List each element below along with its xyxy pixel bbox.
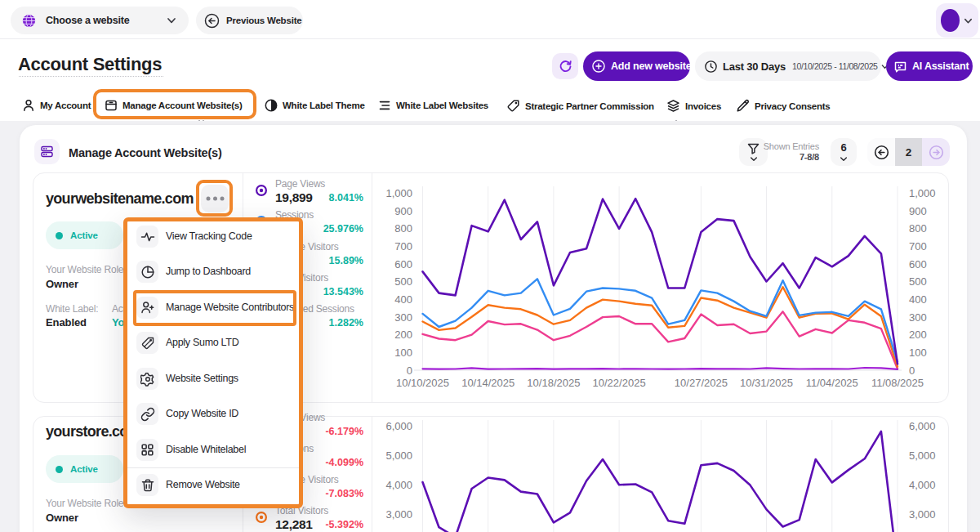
svg-text:600: 600	[909, 258, 927, 270]
svg-text:300: 300	[909, 311, 927, 324]
svg-text:800: 800	[394, 222, 412, 235]
svg-text:600: 600	[394, 258, 412, 270]
svg-text:800: 800	[909, 222, 927, 235]
svg-text:1,000: 1,000	[385, 187, 412, 199]
svg-text:4,000: 4,000	[909, 479, 936, 491]
svg-text:100: 100	[394, 346, 412, 359]
svg-text:0: 0	[909, 364, 915, 377]
svg-text:300: 300	[394, 311, 412, 324]
svg-text:10/10/2025: 10/10/2025	[396, 377, 449, 389]
svg-text:3,000: 3,000	[385, 508, 412, 521]
svg-text:10/14/2025: 10/14/2025	[461, 377, 514, 389]
svg-text:500: 500	[394, 275, 412, 288]
svg-text:400: 400	[394, 293, 412, 306]
svg-text:10/27/2025: 10/27/2025	[675, 377, 728, 389]
svg-text:200: 200	[909, 329, 927, 341]
svg-text:200: 200	[394, 329, 412, 341]
svg-text:6,000: 6,000	[909, 420, 936, 432]
svg-text:10/22/2025: 10/22/2025	[593, 377, 646, 389]
svg-text:900: 900	[909, 205, 927, 217]
svg-text:11/08/2025: 11/08/2025	[871, 377, 924, 389]
svg-text:500: 500	[909, 275, 927, 288]
svg-text:6,000: 6,000	[385, 420, 412, 432]
svg-text:0: 0	[407, 364, 412, 377]
svg-text:400: 400	[909, 293, 927, 306]
svg-text:900: 900	[394, 205, 412, 217]
svg-text:11/04/2025: 11/04/2025	[806, 377, 858, 389]
svg-text:10/18/2025: 10/18/2025	[527, 377, 580, 389]
svg-text:700: 700	[909, 240, 927, 253]
svg-text:10/31/2025: 10/31/2025	[740, 377, 793, 389]
svg-text:5,000: 5,000	[385, 449, 412, 462]
svg-text:4,000: 4,000	[385, 479, 412, 491]
svg-text:1,000: 1,000	[909, 187, 936, 199]
svg-text:5,000: 5,000	[909, 449, 936, 462]
svg-text:700: 700	[394, 240, 412, 253]
svg-text:100: 100	[909, 346, 927, 359]
svg-text:3,000: 3,000	[909, 508, 936, 521]
